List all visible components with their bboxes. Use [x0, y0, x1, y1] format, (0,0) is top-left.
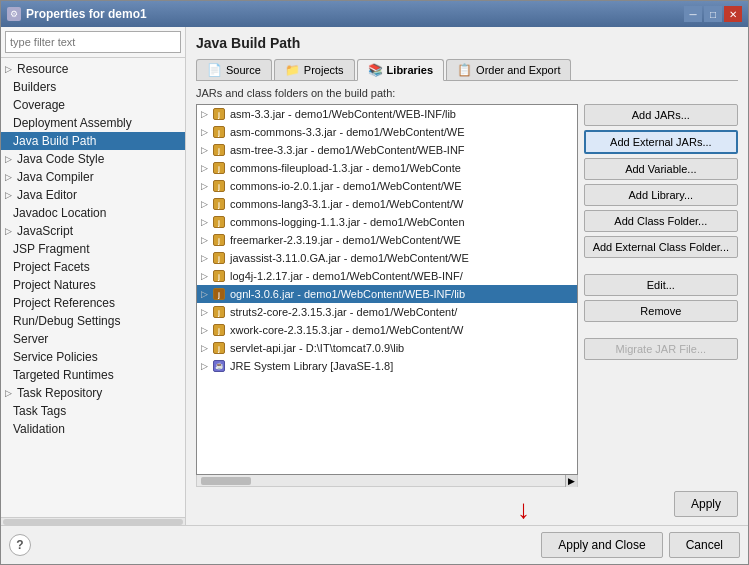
tree-item-deployment-assembly[interactable]: Deployment Assembly: [1, 114, 185, 132]
projects-tab-icon: 📁: [285, 63, 300, 77]
minimize-button[interactable]: ─: [684, 6, 702, 22]
jar-expand-arrow: ▷: [201, 361, 208, 371]
jar-item[interactable]: ▷ j commons-io-2.0.1.jar - demo1/WebCont…: [197, 177, 577, 195]
apply-button[interactable]: Apply: [674, 491, 738, 517]
tree-item-builders[interactable]: Builders: [1, 78, 185, 96]
tree-item-project-natures[interactable]: Project Natures: [1, 276, 185, 294]
jar-item-label: xwork-core-2.3.15.3.jar - demo1/WebConte…: [230, 324, 463, 336]
jar-item[interactable]: ▷ j asm-commons-3.3.jar - demo1/WebConte…: [197, 123, 577, 141]
horizontal-scrollbar-track[interactable]: [3, 519, 183, 525]
tree-item-project-references[interactable]: Project References: [1, 294, 185, 312]
jar-file-icon: j: [212, 233, 226, 247]
tree-item-task-tags[interactable]: Task Tags: [1, 402, 185, 420]
tree-item-label: Project Natures: [13, 278, 96, 292]
apply-and-close-button[interactable]: Apply and Close: [541, 532, 662, 558]
add-library-button[interactable]: Add Library...: [584, 184, 738, 206]
tree-item-resource[interactable]: ▷ Resource: [1, 60, 185, 78]
tree-item-run-debug-settings[interactable]: Run/Debug Settings: [1, 312, 185, 330]
tree-item-coverage[interactable]: Coverage: [1, 96, 185, 114]
tree-item-project-facets[interactable]: Project Facets: [1, 258, 185, 276]
tree-item-validation[interactable]: Validation: [1, 420, 185, 438]
tree-item-label: Resource: [17, 62, 68, 76]
jar-item-jre[interactable]: ▷ ☕ JRE System Library [JavaSE-1.8]: [197, 357, 577, 375]
tab-order-export[interactable]: 📋 Order and Export: [446, 59, 571, 80]
tab-projects[interactable]: 📁 Projects: [274, 59, 355, 80]
source-tab-icon: 📄: [207, 63, 222, 77]
tree-item-label: Coverage: [13, 98, 65, 112]
tree-item-jsp-fragment[interactable]: JSP Fragment: [1, 240, 185, 258]
jar-item-label: freemarker-2.3.19.jar - demo1/WebContent…: [230, 234, 461, 246]
tree-item-label: Service Policies: [13, 350, 98, 364]
jar-file-icon: j: [212, 305, 226, 319]
add-external-jars-button[interactable]: Add External JARs...: [584, 130, 738, 154]
jar-item[interactable]: ▷ j commons-lang3-3.1.jar - demo1/WebCon…: [197, 195, 577, 213]
tab-libraries[interactable]: 📚 Libraries: [357, 59, 444, 81]
tree-item-java-build-path[interactable]: Java Build Path: [1, 132, 185, 150]
scroll-right-btn[interactable]: ▶: [565, 475, 577, 487]
expand-arrow: ▷: [5, 388, 12, 398]
window-title: Properties for demo1: [26, 7, 147, 21]
jar-item[interactable]: ▷ j log4j-1.2.17.jar - demo1/WebContent/…: [197, 267, 577, 285]
jar-area: ▷ j asm-3.3.jar - demo1/WebContent/WEB-I…: [196, 104, 738, 487]
jar-file-icon: j: [212, 323, 226, 337]
jar-list-scrollbar[interactable]: ▶: [196, 475, 578, 487]
jar-expand-arrow: ▷: [201, 289, 208, 299]
cancel-button[interactable]: Cancel: [669, 532, 740, 558]
jar-expand-arrow: ▷: [201, 271, 208, 281]
add-external-class-folder-button[interactable]: Add External Class Folder...: [584, 236, 738, 258]
tree-item-javadoc-location[interactable]: Javadoc Location: [1, 204, 185, 222]
tree-item-label: Run/Debug Settings: [13, 314, 120, 328]
jar-item-servlet[interactable]: ▷ j servlet-api.jar - D:\IT\tomcat7.0.9\…: [197, 339, 577, 357]
left-panel-scrollbar[interactable]: [1, 517, 185, 525]
tree-item-label: Javadoc Location: [13, 206, 106, 220]
add-variable-button[interactable]: Add Variable...: [584, 158, 738, 180]
jar-file-icon: j: [212, 161, 226, 175]
maximize-button[interactable]: □: [704, 6, 722, 22]
tree-item-server[interactable]: Server: [1, 330, 185, 348]
tree-item-java-editor[interactable]: ▷ Java Editor: [1, 186, 185, 204]
jar-item[interactable]: ▷ j xwork-core-2.3.15.3.jar - demo1/WebC…: [197, 321, 577, 339]
remove-button[interactable]: Remove: [584, 300, 738, 322]
tree-item-label: JSP Fragment: [13, 242, 89, 256]
scrollbar-thumb[interactable]: [201, 477, 251, 485]
jar-item[interactable]: ▷ j struts2-core-2.3.15.3.jar - demo1/We…: [197, 303, 577, 321]
jar-file-icon: j: [212, 179, 226, 193]
filter-input[interactable]: [5, 31, 181, 53]
jar-item-label: servlet-api.jar - D:\IT\tomcat7.0.9\lib: [230, 342, 404, 354]
migrate-jar-file-button[interactable]: Migrate JAR File...: [584, 338, 738, 360]
jar-item[interactable]: ▷ j asm-3.3.jar - demo1/WebContent/WEB-I…: [197, 105, 577, 123]
jar-item[interactable]: ▷ j commons-fileupload-1.3.jar - demo1/W…: [197, 159, 577, 177]
jar-item-label: commons-io-2.0.1.jar - demo1/WebContent/…: [230, 180, 462, 192]
close-button[interactable]: ✕: [724, 6, 742, 22]
tree-item-label: Deployment Assembly: [13, 116, 132, 130]
jar-expand-arrow: ▷: [201, 253, 208, 263]
tree-item-javascript[interactable]: ▷ JavaScript: [1, 222, 185, 240]
jar-item[interactable]: ▷ j commons-logging-1.1.3.jar - demo1/We…: [197, 213, 577, 231]
jar-item-ognl[interactable]: ▷ j ognl-3.0.6.jar - demo1/WebContent/WE…: [197, 285, 577, 303]
jar-item[interactable]: ▷ j freemarker-2.3.19.jar - demo1/WebCon…: [197, 231, 577, 249]
jar-item-label: JRE System Library [JavaSE-1.8]: [230, 360, 393, 372]
jar-file-icon: j: [212, 107, 226, 121]
tree-item-java-code-style[interactable]: ▷ Java Code Style: [1, 150, 185, 168]
jar-item[interactable]: ▷ j javassist-3.11.0.GA.jar - demo1/WebC…: [197, 249, 577, 267]
tree-item-service-policies[interactable]: Service Policies: [1, 348, 185, 366]
jar-file-icon: j: [212, 269, 226, 283]
add-jars-button[interactable]: Add JARs...: [584, 104, 738, 126]
tree-item-java-compiler[interactable]: ▷ Java Compiler: [1, 168, 185, 186]
jar-expand-arrow: ▷: [201, 109, 208, 119]
edit-button[interactable]: Edit...: [584, 274, 738, 296]
jar-item-label: commons-logging-1.1.3.jar - demo1/WebCon…: [230, 216, 465, 228]
tree-item-targeted-runtimes[interactable]: Targeted Runtimes: [1, 366, 185, 384]
titlebar-left: ⚙ Properties for demo1: [7, 7, 147, 21]
jar-file-icon: j: [212, 341, 226, 355]
tree-item-label: Server: [13, 332, 48, 346]
jar-expand-arrow: ▷: [201, 181, 208, 191]
tab-source[interactable]: 📄 Source: [196, 59, 272, 80]
add-class-folder-button[interactable]: Add Class Folder...: [584, 210, 738, 232]
help-button[interactable]: ?: [9, 534, 31, 556]
tree-item-label: Project Facets: [13, 260, 90, 274]
jar-expand-arrow: ▷: [201, 307, 208, 317]
jar-item-label: ognl-3.0.6.jar - demo1/WebContent/WEB-IN…: [230, 288, 465, 300]
tree-item-task-repository[interactable]: ▷ Task Repository: [1, 384, 185, 402]
jar-item[interactable]: ▷ j asm-tree-3.3.jar - demo1/WebContent/…: [197, 141, 577, 159]
